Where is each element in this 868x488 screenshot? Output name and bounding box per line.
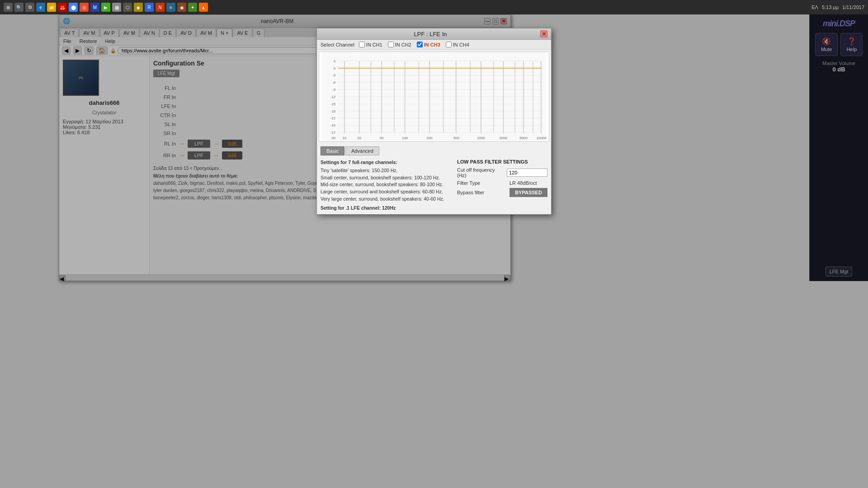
settings-title: Settings for 7 full-range channels: [321, 159, 450, 166]
app5-icon[interactable]: ⬡ [123, 3, 132, 12]
channel-select-row: Select Channel IN CH1 IN CH2 IN CH3 IN C… [321, 42, 547, 47]
svg-text:-27: -27 [330, 131, 335, 135]
folder-icon[interactable]: 📁 [47, 3, 56, 12]
svg-text:500: 500 [453, 136, 460, 140]
bypass-button[interactable]: BYPASSED [509, 188, 547, 197]
svg-rect-60 [523, 61, 524, 132]
chrome-icon[interactable]: ⬤ [69, 3, 78, 12]
svg-text:200: 200 [426, 136, 433, 140]
svg-rect-54 [456, 61, 457, 132]
setting-line-1: Tiny 'satellite' speakers: 150-200 Hz. [321, 167, 450, 174]
taskbar: ⊞ 🔍 ⧉ e 📁 🦊 ⬤ ◎ M ▶ ▦ ⬡ ◆ R N ≡ ◉ ✦ ▲ ΕΛ… [0, 0, 868, 14]
svg-text:2000: 2000 [500, 136, 508, 140]
cutoff-row: Cut off frequency (Hz) [457, 167, 547, 178]
svg-text:-3: -3 [332, 73, 336, 77]
svg-rect-56 [481, 61, 481, 132]
left-settings: Settings for 7 full-range channels: Tiny… [321, 159, 450, 211]
firefox-icon[interactable]: 🦊 [58, 3, 67, 12]
app6-icon[interactable]: ◆ [134, 3, 143, 12]
svg-text:-30: -30 [330, 136, 336, 140]
svg-text:-9: -9 [332, 88, 336, 92]
start-button[interactable]: ⊞ [4, 3, 13, 12]
setting-line-5: Very large center, surround, bookshelf s… [321, 196, 450, 203]
ch3-label: IN CH3 [424, 42, 440, 47]
taskbar-date: 1/11/2017 [842, 5, 864, 10]
app3-icon[interactable]: ▶ [101, 3, 110, 12]
cutoff-input[interactable] [507, 169, 547, 177]
taskview-icon[interactable]: ⧉ [25, 3, 34, 12]
svg-text:100: 100 [402, 136, 408, 140]
modal-titlebar: LPF : LFE In ✕ [317, 28, 551, 40]
svg-text:-15: -15 [330, 102, 336, 106]
svg-rect-45 [344, 61, 345, 132]
basic-tab[interactable]: Basic [321, 146, 344, 155]
app2-icon[interactable]: M [90, 3, 99, 12]
svg-rect-50 [405, 61, 406, 132]
ch4-input[interactable] [446, 42, 452, 47]
channel-checkboxes: IN CH1 IN CH2 IN CH3 IN CH4 [359, 42, 469, 47]
svg-text:-24: -24 [330, 123, 336, 127]
select-channel-label: Select Channel [321, 42, 354, 47]
frequency-chart: 3 0 -3 -6 -9 -12 -15 -18 -21 -24 -27 -30 [319, 52, 549, 142]
svg-text:1000: 1000 [477, 136, 485, 140]
filter-type-label: Filter Type [457, 180, 508, 186]
svg-text:10: 10 [343, 136, 347, 140]
modal-close-button[interactable]: ✕ [540, 30, 547, 38]
app1-icon[interactable]: ◎ [80, 3, 89, 12]
filter-type-value: LR 48dB/oct [509, 180, 547, 186]
taskbar-lang: ΕΛ [811, 5, 818, 10]
app9-icon[interactable]: ≡ [166, 3, 175, 12]
modal-bottom: Basic Advanced Settings for 7 full-range… [317, 144, 551, 214]
ch4-checkbox[interactable]: IN CH4 [446, 42, 469, 47]
svg-rect-49 [394, 61, 395, 132]
advanced-tab[interactable]: Advanced [345, 146, 379, 155]
app11-icon[interactable]: ✦ [188, 3, 197, 12]
lfe-setting: Setting for .1 LFE channel: 120Hz [321, 205, 450, 212]
svg-text:-6: -6 [332, 80, 336, 84]
chart-svg: 3 0 -3 -6 -9 -12 -15 -18 -21 -24 -27 -30 [319, 52, 549, 141]
search-icon[interactable]: 🔍 [14, 3, 24, 12]
setting-line-4: Large center, surround and bookshelf spe… [321, 188, 450, 196]
settings-content: Settings for 7 full-range channels: Tiny… [321, 159, 547, 211]
taskbar-icons: ⊞ 🔍 ⧉ e 📁 🦊 ⬤ ◎ M ▶ ▦ ⬡ ◆ R N ≡ ◉ ✦ ▲ [0, 3, 212, 12]
svg-rect-48 [381, 61, 382, 132]
filter-settings-title: LOW PASS FILTER SETTINGS [457, 159, 547, 164]
app4-icon[interactable]: ▦ [112, 3, 121, 12]
app8-icon[interactable]: N [156, 3, 165, 12]
filter-type-row: Filter Type LR 48dB/oct [457, 180, 547, 186]
ch2-checkbox[interactable]: IN CH2 [388, 42, 411, 47]
svg-text:-18: -18 [330, 109, 336, 113]
svg-rect-62 [541, 61, 542, 132]
svg-rect-59 [514, 61, 515, 132]
svg-rect-52 [429, 61, 430, 132]
ch3-checkbox[interactable]: IN CH3 [417, 42, 440, 47]
svg-text:3: 3 [334, 59, 336, 63]
svg-rect-51 [418, 61, 419, 132]
modal-toolbar: Select Channel IN CH1 IN CH2 IN CH3 IN C… [317, 40, 551, 50]
app10-icon[interactable]: ◉ [177, 3, 186, 12]
svg-text:0: 0 [334, 66, 336, 70]
ch1-input[interactable] [359, 42, 365, 47]
taskbar-right: ΕΛ 5:13 μμ 1/11/2017 [811, 5, 868, 10]
svg-rect-57 [493, 61, 494, 132]
svg-rect-47 [370, 61, 371, 132]
svg-text:5000: 5000 [519, 136, 528, 140]
setting-line-3: Mid-size center, surround, bookshelf spe… [321, 181, 450, 188]
bypass-row: Bypass filter BYPASSED [457, 188, 547, 197]
ch2-input[interactable] [388, 42, 394, 47]
svg-text:10000: 10000 [537, 136, 547, 140]
ch1-checkbox[interactable]: IN CH1 [359, 42, 382, 47]
ie-icon[interactable]: e [36, 3, 45, 12]
right-settings: LOW PASS FILTER SETTINGS Cut off frequen… [457, 159, 547, 211]
cutoff-label: Cut off frequency (Hz) [457, 167, 505, 178]
svg-rect-55 [470, 61, 471, 132]
svg-rect-61 [533, 61, 533, 132]
app12-icon[interactable]: ▲ [199, 3, 208, 12]
modal-title: LPF : LFE In [321, 31, 540, 38]
svg-text:-12: -12 [330, 95, 335, 99]
ch3-input[interactable] [417, 42, 423, 47]
modal-tabs: Basic Advanced [321, 146, 547, 155]
svg-text:50: 50 [380, 136, 384, 140]
app7-icon[interactable]: R [145, 3, 154, 12]
svg-rect-58 [503, 61, 504, 132]
